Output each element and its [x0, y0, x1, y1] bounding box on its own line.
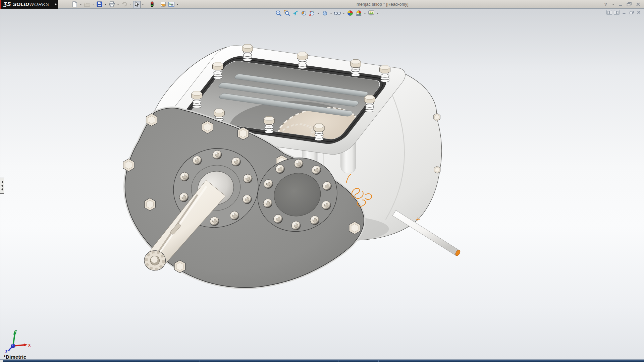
socket-bolt[interactable] — [276, 165, 285, 174]
apply-scene-icon — [356, 10, 362, 16]
display-style-button[interactable] — [321, 10, 328, 16]
socket-bolt[interactable] — [232, 157, 241, 166]
solidworks-logo-mark: ƷS — [3, 1, 11, 8]
section-view-button[interactable] — [300, 10, 307, 16]
model-output-shaft[interactable] — [392, 210, 461, 256]
file-properties-button[interactable] — [159, 1, 167, 8]
select-button[interactable] — [133, 1, 141, 8]
socket-bolt[interactable] — [291, 221, 301, 230]
select-dropdown[interactable] — [141, 1, 145, 8]
help-button[interactable]: ? — [602, 1, 609, 7]
model-3d-view[interactable] — [0, 9, 644, 359]
doc-minimize-icon — [622, 11, 626, 14]
open-dropdown[interactable] — [91, 1, 95, 8]
socket-bolt[interactable] — [294, 159, 303, 168]
undo-button[interactable] — [120, 1, 128, 8]
socket-bolt[interactable] — [180, 172, 189, 181]
open-folder-icon — [84, 2, 91, 7]
solidworks-window: ƷS SOLIDWORKS — [0, 0, 644, 362]
view-orientation-icon — [309, 10, 315, 16]
doc-minimize-button[interactable] — [621, 10, 627, 15]
socket-bolt[interactable] — [322, 201, 331, 210]
doc-restore-icon — [629, 11, 634, 14]
main-toolbar — [71, 1, 179, 8]
hide-show-items-dropdown[interactable] — [342, 10, 345, 16]
new-document-icon — [72, 1, 77, 7]
socket-bolt[interactable] — [264, 180, 273, 189]
doc-close-icon — [637, 11, 641, 14]
open-button[interactable] — [83, 1, 91, 8]
undo-dropdown[interactable] — [128, 1, 132, 8]
help-dropdown[interactable] — [611, 1, 615, 8]
x-axis-label: X — [28, 343, 31, 347]
graphics-area[interactable]: Y X Z *Dimetric — [0, 9, 644, 359]
doc-restore-button[interactable] — [629, 10, 634, 15]
screen-edge-artifact — [0, 0, 1, 9]
view-orientation-button[interactable] — [308, 10, 316, 16]
socket-bolt[interactable] — [230, 211, 239, 220]
socket-bolt[interactable] — [274, 215, 283, 224]
socket-bolt[interactable] — [179, 193, 189, 202]
minimize-button[interactable] — [617, 1, 624, 7]
triad-origin-highlight — [12, 345, 13, 346]
view-orientation-dropdown[interactable] — [317, 10, 320, 16]
save-button[interactable] — [96, 1, 103, 8]
zoom-to-fit-button[interactable] — [275, 10, 282, 16]
socket-bolt[interactable] — [322, 182, 331, 191]
pane-toggle-left-button[interactable] — [606, 10, 612, 15]
restore-button[interactable] — [626, 1, 633, 7]
doc-close-button[interactable] — [636, 10, 642, 15]
previous-view-button[interactable] — [291, 10, 299, 16]
edit-appearance-ball-icon — [347, 10, 353, 16]
socket-bolt[interactable] — [193, 156, 202, 165]
title-bar[interactable]: ƷS SOLIDWORKS — [0, 0, 644, 9]
taskbar-left-segment — [0, 360, 3, 362]
options-dropdown[interactable] — [175, 1, 179, 8]
window-controls: ? — [602, 1, 644, 8]
feature-manager-collapsed-tab[interactable] — [0, 178, 4, 194]
taskbar-strip[interactable] — [0, 359, 644, 362]
socket-bolt[interactable] — [243, 174, 252, 183]
socket-bolt[interactable] — [312, 166, 321, 175]
previous-view-icon — [292, 10, 299, 16]
view-settings-button[interactable] — [368, 10, 375, 16]
pane-toggle-left-icon — [607, 11, 611, 14]
print-button[interactable] — [108, 1, 116, 8]
select-cursor-icon — [135, 1, 139, 7]
undo-icon — [121, 2, 127, 7]
view-orientation-label: *Dimetric — [4, 354, 26, 359]
close-icon — [636, 2, 640, 6]
flyout-arrow-icon — [55, 3, 58, 6]
socket-bolt[interactable] — [310, 216, 319, 225]
new-document-button[interactable] — [71, 1, 78, 8]
zoom-to-area-button[interactable] — [283, 10, 290, 16]
socket-bolt[interactable] — [243, 195, 252, 204]
socket-bolt[interactable] — [263, 199, 272, 208]
menu-flyout-button[interactable] — [53, 0, 58, 9]
splined-shaft-end[interactable] — [144, 250, 166, 270]
rebuild-button[interactable] — [148, 1, 156, 8]
new-document-dropdown[interactable] — [79, 1, 83, 8]
center-bore — [151, 256, 158, 263]
display-style-icon — [322, 10, 328, 16]
save-dropdown[interactable] — [104, 1, 108, 8]
y-axis-label: Y — [15, 329, 17, 333]
display-style-dropdown[interactable] — [329, 10, 333, 16]
zoom-to-fit-icon — [275, 10, 282, 16]
socket-bolt[interactable] — [213, 150, 222, 159]
apply-scene-button[interactable] — [355, 10, 362, 16]
options-button[interactable] — [167, 1, 175, 8]
close-button[interactable] — [635, 1, 641, 7]
view-settings-dropdown[interactable] — [376, 10, 379, 16]
hide-show-items-button[interactable] — [334, 10, 341, 16]
edit-appearance-button[interactable] — [346, 10, 354, 16]
print-dropdown[interactable] — [116, 1, 120, 8]
apply-scene-dropdown[interactable] — [363, 10, 367, 16]
pane-toggle-right-button[interactable] — [614, 10, 620, 15]
socket-bolt[interactable] — [210, 217, 219, 226]
document-window-controls — [606, 10, 642, 15]
solidworks-logo: ƷS SOLIDWORKS — [0, 0, 53, 9]
collapse-arrow-icon — [0, 181, 3, 183]
taskbar-separator — [378, 360, 379, 362]
collapse-arrow-icon — [0, 188, 3, 191]
